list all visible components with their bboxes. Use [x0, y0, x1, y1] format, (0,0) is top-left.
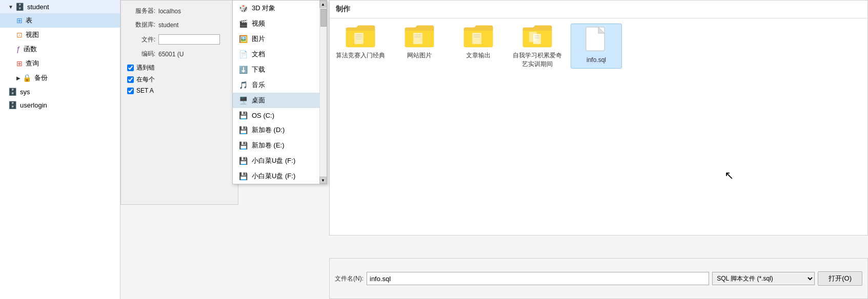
- file-item-article[interactable]: 文章输出: [453, 24, 504, 69]
- table-icon: ⊞: [16, 16, 23, 25]
- folder-icon: [345, 24, 376, 49]
- menu-item-label: 3D 对象: [252, 4, 275, 13]
- menu-item-download[interactable]: ⬇️ 下载: [233, 62, 319, 77]
- menu-item-image[interactable]: 🖼️ 图片: [233, 31, 319, 47]
- encoding-value: 65001 (U: [158, 51, 184, 58]
- file-row: 文件:: [127, 34, 232, 45]
- browser-title: 制作: [330, 1, 867, 18]
- menu-item-drive-e[interactable]: 💾 新加卷 (E:): [233, 138, 319, 153]
- cb3-row: SET A: [127, 87, 232, 94]
- encoding-label: 编码:: [127, 50, 155, 58]
- db-label: 数据库:: [127, 20, 155, 29]
- sidebar-item-label: userlogin: [20, 101, 47, 109]
- folder-icon: [463, 24, 494, 49]
- cb2-row: 在每个: [127, 75, 232, 84]
- file-item-website[interactable]: 网站图片: [394, 24, 445, 69]
- main-area: 服务器: localhos 数据库: student 文件: 编码: 65001…: [120, 0, 868, 299]
- sidebar: ▼ 🗄️ student ⊞ 表 ⊡ 视图 ƒ 函数 ⊞ 查询 ▶ 🔒 备份 🗄…: [0, 0, 120, 299]
- sidebar-item-func[interactable]: ƒ 函数: [0, 42, 120, 56]
- menu-item-drive-d[interactable]: 💾 新加卷 (D:): [233, 122, 319, 138]
- file-item-infosql[interactable]: info.sql: [571, 24, 622, 69]
- menu-item-label: 新加卷 (D:): [252, 125, 285, 135]
- music-icon: 🎵: [239, 81, 248, 89]
- cb1-row: 遇到错: [127, 63, 232, 72]
- backup-icon: 🔒: [23, 74, 31, 82]
- menu-item-desktop[interactable]: 🖥️ 桌面: [233, 93, 319, 108]
- download-icon: ⬇️: [239, 66, 248, 74]
- menu-item-label: 小白菜U盘 (F:): [252, 172, 295, 181]
- video-icon: 🎬: [239, 19, 248, 28]
- filename-input[interactable]: [367, 272, 709, 285]
- svg-rect-7: [472, 33, 481, 44]
- menu-item-doc[interactable]: 📄 文档: [233, 47, 319, 62]
- db-row: 数据库: student: [127, 20, 232, 29]
- sidebar-item-query[interactable]: ⊞ 查询: [0, 56, 120, 71]
- server-row: 服务器: localhos: [127, 7, 232, 15]
- usb1-icon: 💾: [239, 157, 248, 165]
- file-item-label: 算法竞赛入门经典: [336, 51, 385, 60]
- cb1-label: 遇到错: [136, 63, 155, 72]
- file-browser: 制作 算法竞赛入门经典: [329, 0, 868, 236]
- file-dialog-bottom: 文件名(N): SQL 脚本文件 (*.sql) 打开(O): [329, 258, 868, 299]
- location-dropdown: ▲ 🎲 3D 对象 🎬 视频 🖼️ 图片 📄 文档: [232, 0, 327, 184]
- cb2-checkbox[interactable]: [127, 76, 134, 83]
- import-dialog: 服务器: localhos 数据库: student 文件: 编码: 65001…: [120, 0, 238, 205]
- sidebar-item-label: student: [27, 3, 49, 11]
- svg-rect-4: [413, 33, 422, 44]
- menu-item-label: 小白菜U盘 (F:): [252, 156, 295, 165]
- func-icon: ƒ: [16, 45, 21, 53]
- encoding-row: 编码: 65001 (U: [127, 50, 232, 58]
- sidebar-item-table[interactable]: ⊞ 表: [0, 13, 120, 28]
- cb3-checkbox[interactable]: [127, 88, 134, 94]
- cb1-checkbox[interactable]: [127, 65, 134, 71]
- sidebar-item-userlogin[interactable]: 🗄️ userlogin: [0, 98, 120, 112]
- filename-label: 文件名(N):: [335, 274, 364, 283]
- menu-item-usb1[interactable]: 💾 小白菜U盘 (F:): [233, 153, 319, 168]
- open-button[interactable]: 打开(O): [818, 271, 862, 286]
- sidebar-item-backup[interactable]: ▶ 🔒 备份: [0, 71, 120, 85]
- cb3-label: SET A: [136, 87, 154, 94]
- folder-icon: [522, 24, 553, 49]
- menu-item-music[interactable]: 🎵 音乐: [233, 77, 319, 93]
- file-input[interactable]: [158, 34, 220, 45]
- file-grid: 算法竞赛入门经典 网站图片: [330, 18, 867, 74]
- file-item-label: 自我学习积累爱奇艺实训期间: [512, 51, 563, 69]
- sidebar-item-label: 视图: [26, 30, 39, 39]
- file-label: 文件:: [127, 35, 155, 44]
- view-icon: ⊡: [16, 31, 23, 39]
- server-label: 服务器:: [127, 7, 155, 15]
- scrollbar-thumb[interactable]: [320, 9, 327, 27]
- db-value: student: [158, 22, 178, 29]
- menu-item-label: 文档: [252, 50, 265, 59]
- database-icon: 🗄️: [15, 3, 24, 11]
- svg-rect-11: [533, 34, 541, 44]
- menu-item-label: OS (C:): [252, 112, 274, 119]
- chevron-right-icon: ▶: [16, 75, 21, 81]
- file-item-label: info.sql: [587, 56, 606, 63]
- filetype-select[interactable]: SQL 脚本文件 (*.sql): [712, 272, 815, 285]
- sidebar-item-student[interactable]: ▼ 🗄️ student: [0, 0, 120, 13]
- sidebar-item-sys[interactable]: 🗄️ sys: [0, 85, 120, 98]
- menu-item-usb2[interactable]: 💾 小白菜U盘 (F:): [233, 168, 319, 184]
- menu-item-label: 下载: [252, 65, 265, 74]
- scrollbar-track: [319, 8, 327, 177]
- image-icon: 🖼️: [239, 35, 248, 43]
- scroll-up-button[interactable]: ▲: [319, 1, 327, 8]
- chevron-down-icon: ▼: [8, 4, 13, 10]
- usb2-icon: 💾: [239, 172, 248, 180]
- menu-item-3d[interactable]: 🎲 3D 对象: [233, 1, 319, 16]
- file-item-label: 网站图片: [407, 51, 432, 60]
- cb2-label: 在每个: [136, 75, 155, 84]
- menu-item-video[interactable]: 🎬 视频: [233, 16, 319, 31]
- title-text: 制作: [336, 5, 350, 13]
- file-item-algo[interactable]: 算法竞赛入门经典: [335, 24, 386, 69]
- file-item-selflearn[interactable]: 自我学习积累爱奇艺实训期间: [512, 24, 563, 69]
- sidebar-item-label: 备份: [34, 73, 48, 82]
- sidebar-item-view[interactable]: ⊡ 视图: [0, 28, 120, 42]
- menu-item-label: 视频: [252, 19, 265, 28]
- sidebar-item-label: 查询: [26, 59, 39, 68]
- sidebar-item-label: sys: [20, 88, 30, 96]
- scroll-down-button[interactable]: ▼: [319, 177, 327, 184]
- server-value: localhos: [158, 8, 181, 15]
- menu-item-osc[interactable]: 💾 OS (C:): [233, 108, 319, 122]
